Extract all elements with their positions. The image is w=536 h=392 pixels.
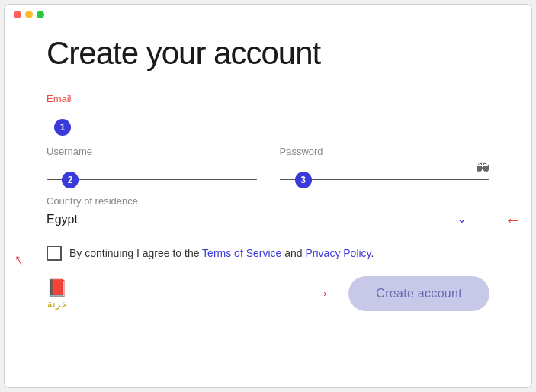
arrow-to-checkbox: ↑ — [10, 249, 27, 271]
close-dot — [14, 11, 21, 18]
username-field: Username 2 — [47, 146, 257, 180]
country-value[interactable]: Egypt — [47, 210, 489, 230]
email-field-row: Email 1 — [47, 93, 489, 127]
country-label: Country of residence — [47, 195, 489, 207]
toggle-password-icon[interactable]: 🕶 — [476, 161, 489, 177]
watermark-text: خزنة — [47, 298, 67, 310]
username-password-row: Username 2 Password 🕶 3 — [47, 146, 489, 180]
bottom-row: 📕 خزنة → Create account — [47, 276, 489, 311]
terms-agreement-text: By continuing I agree to the Terms of Se… — [69, 247, 374, 259]
terms-checkbox[interactable] — [47, 246, 62, 261]
arrow-to-dropdown: ← — [505, 210, 522, 230]
terms-row: ↑ By continuing I agree to the Terms of … — [47, 246, 489, 261]
watermark-icon: 📕 — [47, 278, 67, 298]
email-input[interactable] — [47, 108, 489, 127]
country-row: Country of residence Egypt ⌄ ← — [47, 195, 489, 230]
registration-form: Email 1 Username 2 Password 🕶 3 Country … — [47, 93, 489, 311]
email-label: Email — [47, 93, 489, 104]
password-label: Password — [280, 146, 490, 157]
arrow-to-create-button: → — [313, 284, 330, 304]
minimize-dot — [25, 11, 33, 18]
badge-1: 1 — [54, 119, 71, 136]
watermark: 📕 خزنة — [47, 278, 67, 310]
username-label: Username — [47, 146, 257, 157]
window-controls — [14, 11, 44, 18]
main-window: Create your account Email 1 Username 2 P… — [4, 4, 532, 388]
page-title: Create your account — [47, 35, 489, 72]
create-button-container: → Create account — [348, 276, 489, 311]
badge-2: 2 — [62, 172, 79, 188]
country-select-container: Egypt ⌄ ← — [47, 210, 489, 230]
maximize-dot — [37, 11, 44, 18]
password-field: Password 🕶 3 — [280, 146, 490, 180]
privacy-policy-link[interactable]: Privacy Policy — [305, 247, 371, 259]
create-account-button[interactable]: Create account — [348, 276, 489, 311]
terms-of-service-link[interactable]: Terms of Service — [202, 247, 281, 259]
badge-3: 3 — [295, 172, 312, 188]
